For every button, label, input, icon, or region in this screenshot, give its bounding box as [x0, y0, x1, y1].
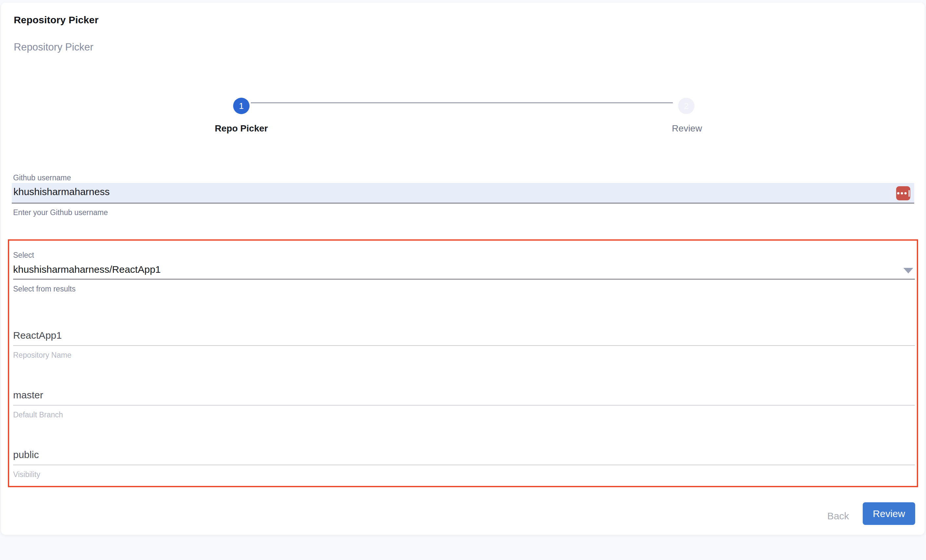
github-username-field [12, 183, 914, 204]
step-1-label: Repo Picker [215, 123, 268, 134]
field-underline [13, 465, 915, 465]
repository-picker-card: Repository Picker Repository Picker 1 2 … [1, 3, 925, 535]
repository-name-field: ReactApp1 Repository Name [13, 330, 915, 363]
step-1-number: 1 [239, 101, 244, 111]
field-underline [13, 345, 915, 346]
default-branch-value: master [13, 389, 43, 401]
step-2-label: Review [672, 123, 702, 134]
github-username-helper: Enter your Github username [13, 208, 108, 217]
page-title: Repository Picker [14, 14, 99, 26]
review-button[interactable]: Review [863, 502, 915, 525]
github-username-label: Github username [13, 173, 71, 182]
repo-select-label: Select [13, 251, 34, 260]
default-branch-label: Default Branch [13, 410, 63, 419]
lastpass-dot [904, 192, 907, 194]
lastpass-dot [901, 192, 903, 194]
step-1-indicator[interactable]: 1 [233, 98, 250, 114]
repository-name-label: Repository Name [13, 351, 71, 360]
chevron-down-icon [903, 268, 913, 274]
step-2-indicator[interactable]: 2 [678, 98, 694, 114]
repository-name-value: ReactApp1 [13, 330, 62, 341]
github-username-input[interactable] [12, 183, 914, 203]
lastpass-dot [897, 192, 899, 194]
visibility-value: public [13, 449, 39, 460]
back-button[interactable]: Back [820, 507, 856, 525]
step-2-number: 2 [684, 101, 688, 111]
visibility-label: Visibility [13, 470, 40, 479]
page-subtitle: Repository Picker [14, 41, 94, 53]
repo-select-helper: Select from results [13, 285, 76, 294]
default-branch-field: master Default Branch [13, 389, 915, 422]
field-underline [13, 405, 915, 406]
repo-select-value: khushisharmaharness/ReactApp1 [13, 262, 915, 277]
lastpass-icon[interactable] [896, 186, 910, 200]
repo-select-dropdown[interactable]: khushisharmaharness/ReactApp1 [13, 262, 915, 280]
stepper-connector-line [251, 102, 673, 103]
visibility-field: public Visibility [13, 449, 915, 482]
lastpass-bar [909, 190, 909, 197]
